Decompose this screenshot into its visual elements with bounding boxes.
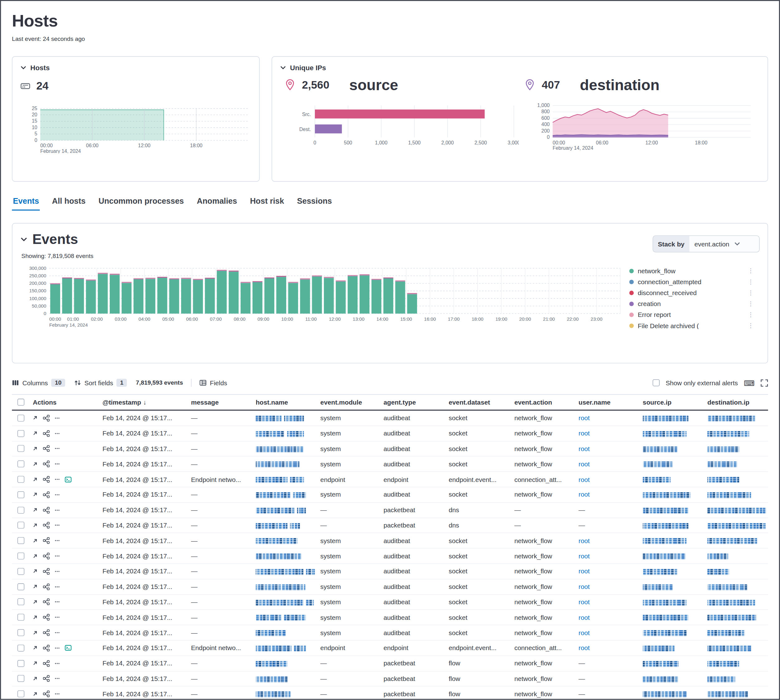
more-actions-icon[interactable] (54, 492, 60, 498)
legend-label[interactable]: network_flow (638, 267, 744, 275)
column-header-destinationip[interactable]: destination.ip (704, 398, 768, 406)
legend-options-icon[interactable]: ⋮ (748, 289, 757, 296)
legend-item[interactable]: disconnect_received⋮ (629, 287, 757, 298)
analyze-event-icon[interactable] (43, 445, 50, 452)
row-checkbox[interactable] (17, 583, 24, 590)
row-checkbox[interactable] (17, 614, 24, 621)
more-actions-icon[interactable] (54, 691, 60, 697)
more-actions-icon[interactable] (54, 523, 60, 528)
more-actions-icon[interactable] (54, 660, 60, 666)
user-name-link[interactable]: root (579, 430, 590, 437)
legend-item[interactable]: File Delete archived (⋮ (629, 320, 757, 329)
legend-label[interactable]: disconnect_received (638, 289, 744, 296)
expand-event-icon[interactable] (32, 675, 38, 682)
analyze-event-icon[interactable] (43, 568, 50, 575)
expand-event-icon[interactable] (32, 522, 38, 529)
unique-ips-area-chart[interactable]: 02004006008001,00000:0006:0012:0018:00Fe… (529, 102, 758, 152)
analyze-event-icon[interactable] (43, 660, 50, 667)
analyze-event-icon[interactable] (43, 691, 50, 698)
row-checkbox[interactable] (17, 568, 24, 575)
expand-event-icon[interactable] (32, 445, 38, 452)
analyze-event-icon[interactable] (43, 598, 50, 605)
analyze-event-icon[interactable] (43, 645, 50, 651)
user-name-link[interactable]: root (579, 460, 590, 468)
more-actions-icon[interactable] (54, 476, 60, 482)
row-checkbox[interactable] (17, 415, 24, 422)
analyze-event-icon[interactable] (43, 415, 50, 422)
unique-ips-panel-header[interactable]: Unique IPs (280, 63, 759, 72)
more-actions-icon[interactable] (54, 553, 60, 559)
expand-event-icon[interactable] (32, 430, 38, 437)
more-actions-icon[interactable] (54, 630, 60, 636)
row-checkbox[interactable] (17, 552, 24, 559)
user-name-link[interactable]: root (579, 568, 590, 575)
analyze-event-icon[interactable] (43, 476, 50, 483)
user-name-link[interactable]: root (579, 629, 590, 637)
user-name-link[interactable]: root (579, 537, 590, 544)
column-header-message[interactable]: message (188, 398, 253, 406)
column-header-hostname[interactable]: host.name (253, 398, 318, 406)
row-checkbox[interactable] (17, 537, 24, 544)
columns-button[interactable]: Columns 10 (12, 379, 65, 387)
fields-button[interactable]: Fields (200, 379, 227, 387)
expand-event-icon[interactable] (32, 691, 38, 697)
row-checkbox[interactable] (17, 598, 24, 605)
expand-event-icon[interactable] (32, 630, 38, 636)
hosts-area-chart[interactable]: 051015202500:0006:0012:0018:00February 1… (20, 105, 252, 153)
chevron-down-icon[interactable] (20, 237, 27, 242)
more-actions-icon[interactable] (54, 538, 60, 544)
expand-event-icon[interactable] (32, 660, 38, 667)
hosts-panel-header[interactable]: Hosts (20, 63, 251, 72)
tab-uncommon-processes[interactable]: Uncommon processes (98, 195, 185, 210)
stack-by-select[interactable]: Stack by event.action (652, 235, 760, 252)
more-actions-icon[interactable] (54, 446, 60, 452)
expand-event-icon[interactable] (32, 492, 38, 498)
row-checkbox[interactable] (17, 660, 24, 667)
column-header-Actions[interactable]: Actions (30, 398, 100, 406)
expand-event-icon[interactable] (32, 476, 38, 483)
tab-sessions[interactable]: Sessions (296, 195, 333, 210)
sort-fields-button[interactable]: Sort fields 1 (74, 379, 127, 387)
more-actions-icon[interactable] (54, 645, 60, 651)
analyze-event-icon[interactable] (43, 507, 50, 513)
more-actions-icon[interactable] (54, 676, 60, 682)
row-checkbox[interactable] (17, 675, 24, 682)
expand-event-icon[interactable] (32, 507, 38, 513)
select-all-checkbox[interactable] (17, 399, 24, 405)
analyze-event-icon[interactable] (43, 522, 50, 529)
row-checkbox[interactable] (17, 645, 24, 651)
analyze-event-icon[interactable] (43, 430, 50, 437)
row-checkbox[interactable] (17, 522, 24, 529)
tab-anomalies[interactable]: Anomalies (196, 195, 238, 210)
expand-event-icon[interactable] (32, 645, 38, 651)
row-checkbox[interactable] (17, 507, 24, 513)
row-checkbox[interactable] (17, 491, 24, 498)
external-alerts-checkbox[interactable] (653, 379, 660, 386)
column-header-username[interactable]: user.name (575, 398, 640, 406)
analyze-event-icon[interactable] (43, 583, 50, 590)
user-name-link[interactable]: root (579, 613, 590, 621)
user-name-link[interactable]: root (579, 445, 590, 452)
more-actions-icon[interactable] (54, 599, 60, 605)
user-name-link[interactable]: root (579, 552, 590, 560)
analyze-event-icon[interactable] (43, 537, 50, 544)
row-checkbox[interactable] (17, 691, 24, 698)
analyze-event-icon[interactable] (43, 552, 50, 559)
column-header-eventmodule[interactable]: event.module (318, 398, 381, 406)
fullscreen-icon[interactable] (761, 379, 768, 387)
user-name-link[interactable]: root (579, 491, 590, 498)
expand-event-icon[interactable] (32, 415, 38, 422)
column-header-sourceip[interactable]: source.ip (640, 398, 704, 406)
column-header-agenttype[interactable]: agent.type (381, 398, 446, 406)
more-actions-icon[interactable] (54, 507, 60, 513)
expand-event-icon[interactable] (32, 614, 38, 621)
tab-all-hosts[interactable]: All hosts (51, 195, 86, 210)
expand-event-icon[interactable] (32, 553, 38, 559)
tab-host-risk[interactable]: Host risk (249, 195, 285, 210)
user-name-link[interactable]: root (579, 583, 590, 590)
chevron-down-icon[interactable] (280, 66, 286, 70)
column-header-eventdataset[interactable]: event.dataset (446, 398, 512, 406)
expand-event-icon[interactable] (32, 537, 38, 544)
expand-event-icon[interactable] (32, 461, 38, 467)
chevron-down-icon[interactable] (20, 66, 26, 70)
